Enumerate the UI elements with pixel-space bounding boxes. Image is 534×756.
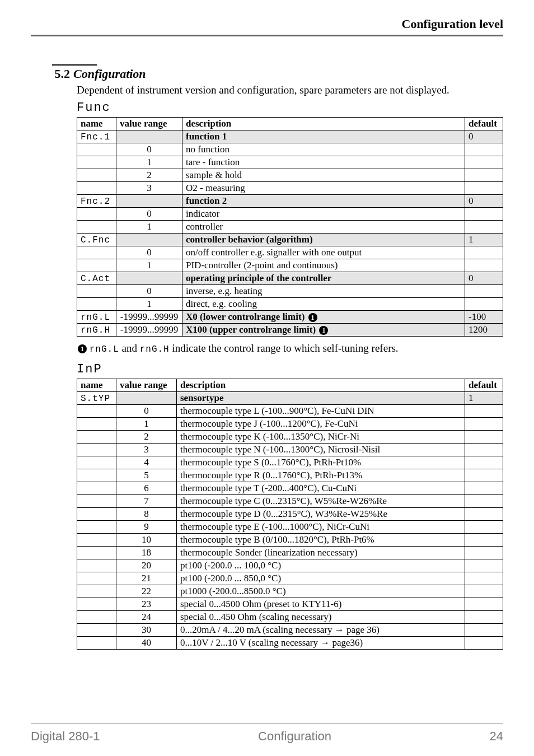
table-row: 1controller [77, 220, 503, 233]
table-row: 300...20mA / 4...20 mA (scaling necessar… [77, 623, 503, 636]
table-row: 0indicator [77, 207, 503, 220]
note-line: 1 rnG.L and rnG.H indicate the control r… [77, 342, 503, 354]
table-row: 8thermocouple type D (0...2315°C), W3%Re… [77, 507, 503, 520]
table-row: 0inverse, e.g. heating [77, 284, 503, 297]
table-row: 400...10V / 2...10 V (scaling necessary … [77, 636, 503, 649]
table-row: 3thermocouple type N (-100...1300°C), Ni… [77, 443, 503, 456]
page-footer: Digital 280-1 Configuration 24 [31, 723, 503, 744]
badge-icon: 1 [319, 326, 328, 335]
table-row: 0thermocouple type L (-100...900°C), Fe-… [77, 404, 503, 417]
group-title-row: S.tYPsensortype1 [77, 391, 503, 404]
section-rule [52, 64, 97, 66]
footer-center: Configuration [258, 729, 331, 744]
table-row: 2sample & hold [77, 169, 503, 181]
single-row: rnG.H-19999...99999X100 (upper controlra… [77, 323, 503, 336]
badge-icon: 1 [308, 313, 317, 322]
section-lead: Dependent of instrument version and conf… [77, 83, 503, 97]
table-row: 1direct, e.g. cooling [77, 297, 503, 310]
section-number: 5.2 [31, 67, 73, 81]
note-badge-icon: 1 [78, 344, 87, 353]
table-row: 24special 0...450 Ohm (scaling necessary… [77, 610, 503, 623]
table-row: 1tare - function [77, 156, 503, 169]
group-title-row: Fnc.2function 20 [77, 194, 503, 207]
inp-table: namevalue rangedescriptiondefaultS.tYPse… [77, 379, 503, 650]
page-header: Configuration level [31, 17, 503, 36]
table-row: 4thermocouple type S (0...1760°C), PtRh-… [77, 456, 503, 469]
table-row: 18thermocouple Sonder (linearization nec… [77, 546, 503, 559]
group-title-row: Fnc.1function 10 [77, 130, 503, 143]
table-row: 10thermocouple type B (0/100...1820°C), … [77, 533, 503, 546]
group-title-row: C.Fnccontroller behavior (algorithm)1 [77, 233, 503, 246]
table-row: 1PID-controller (2-point and continuous) [77, 259, 503, 272]
table-row: 20pt100 (-200.0 ... 100,0 °C) [77, 559, 503, 572]
section-title: Configuration [73, 67, 146, 81]
table-row: 2thermocouple type K (-100...1350°C), Ni… [77, 430, 503, 443]
table-row: 7thermocouple type C (0...2315°C), W5%Re… [77, 494, 503, 507]
single-row: rnG.L-19999...99999X0 (lower controlrang… [77, 310, 503, 323]
note-tail: indicate the control range to which self… [170, 342, 399, 354]
note-seg1: rnG.L [90, 344, 119, 354]
table-row: 23special 0...4500 Ohm (preset to KTY11-… [77, 598, 503, 610]
table-row: 0no function [77, 143, 503, 156]
inp-label: InP [77, 362, 503, 376]
table-row: 3O2 - measuring [77, 181, 503, 194]
table-header-row: namevalue rangedescriptiondefault [77, 379, 503, 391]
table-row: 6thermocouple type T (-200...400°C), Cu-… [77, 482, 503, 494]
table-row: 5thermocouple type R (0...1760°C), PtRh-… [77, 469, 503, 482]
func-table: namevalue rangedescriptiondefaultFnc.1fu… [77, 117, 503, 337]
table-row: 1thermocouple type J (-100...1200°C), Fe… [77, 417, 503, 430]
table-header-row: namevalue rangedescriptiondefault [77, 117, 503, 130]
table-row: 9thermocouple type E (-100...1000°C), Ni… [77, 520, 503, 533]
table-row: 21pt100 (-200.0 ... 850,0 °C) [77, 572, 503, 585]
footer-right: 24 [490, 729, 503, 744]
table-row: 22pt1000 (-200.0...8500.0 °C) [77, 585, 503, 598]
footer-left: Digital 280-1 [31, 729, 100, 744]
note-mid: and [119, 342, 140, 354]
group-title-row: C.Actoperating principle of the controll… [77, 272, 503, 284]
note-seg2: rnG.H [140, 344, 170, 354]
table-row: 0on/off controller e.g. signaller with o… [77, 246, 503, 259]
func-label: Func [77, 101, 503, 115]
